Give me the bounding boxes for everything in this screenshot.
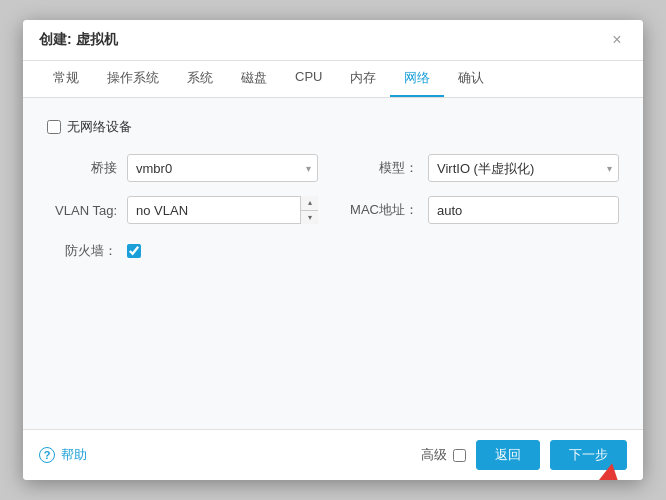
vlan-spinner-btns: ▴ ▾	[300, 196, 318, 224]
tab-system[interactable]: 系统	[173, 61, 227, 97]
tab-general[interactable]: 常规	[39, 61, 93, 97]
advanced-checkbox[interactable]	[453, 449, 466, 462]
vlan-row: VLAN Tag: ▴ ▾	[47, 196, 318, 224]
advanced-row: 高级	[421, 446, 466, 464]
firewall-label: 防火墙：	[47, 242, 117, 260]
vlan-label: VLAN Tag:	[47, 203, 117, 218]
bridge-select[interactable]: vmbr0 vmbr1	[127, 154, 318, 182]
no-network-checkbox[interactable]	[47, 120, 61, 134]
vlan-spinner-wrapper: ▴ ▾	[127, 196, 318, 224]
title-bar: 创建: 虚拟机 ×	[23, 20, 643, 61]
model-select[interactable]: VirtIO (半虚拟化) e1000 rtl8139	[428, 154, 619, 182]
mac-input[interactable]	[428, 196, 619, 224]
no-network-label[interactable]: 无网络设备	[47, 118, 132, 136]
model-label: 模型：	[348, 159, 418, 177]
advanced-label: 高级	[421, 446, 447, 464]
bridge-select-wrapper: vmbr0 vmbr1 ▾	[127, 154, 318, 182]
vlan-decrement-button[interactable]: ▾	[301, 211, 318, 225]
model-select-wrapper: VirtIO (半虚拟化) e1000 rtl8139 ▾	[428, 154, 619, 182]
footer-right: 高级 返回 下一步	[421, 440, 627, 470]
form-content: 无网络设备 桥接 vmbr0 vmbr1 ▾ 模型：	[23, 98, 643, 429]
firewall-checkbox[interactable]	[127, 244, 141, 258]
next-button-wrapper: 下一步	[550, 440, 627, 470]
footer: ? 帮助 高级 返回 下一步	[23, 429, 643, 480]
mac-label: MAC地址：	[348, 201, 418, 219]
tab-confirm[interactable]: 确认	[444, 61, 498, 97]
tab-memory[interactable]: 内存	[336, 61, 390, 97]
no-network-row: 无网络设备	[47, 118, 619, 136]
next-button[interactable]: 下一步	[550, 440, 627, 470]
firewall-row: 防火墙：	[47, 242, 318, 260]
dialog-title: 创建: 虚拟机	[39, 31, 118, 49]
prev-button[interactable]: 返回	[476, 440, 540, 470]
mac-row: MAC地址：	[348, 196, 619, 224]
bridge-row: 桥接 vmbr0 vmbr1 ▾	[47, 154, 318, 182]
no-network-text: 无网络设备	[67, 118, 132, 136]
form-grid: 桥接 vmbr0 vmbr1 ▾ 模型： VirtIO (半虚拟化) e1000	[47, 154, 619, 260]
tab-disk[interactable]: 磁盘	[227, 61, 281, 97]
tab-cpu[interactable]: CPU	[281, 61, 336, 97]
help-button[interactable]: ? 帮助	[39, 446, 87, 464]
bridge-label: 桥接	[47, 159, 117, 177]
tab-os[interactable]: 操作系统	[93, 61, 173, 97]
tab-network[interactable]: 网络	[390, 61, 444, 97]
close-button[interactable]: ×	[607, 30, 627, 50]
tab-bar: 常规 操作系统 系统 磁盘 CPU 内存 网络 确认	[23, 61, 643, 98]
model-row: 模型： VirtIO (半虚拟化) e1000 rtl8139 ▾	[348, 154, 619, 182]
help-icon: ?	[39, 447, 55, 463]
vlan-increment-button[interactable]: ▴	[301, 196, 318, 211]
create-vm-dialog: 创建: 虚拟机 × 常规 操作系统 系统 磁盘 CPU 内存 网络 确认 无网络…	[23, 20, 643, 480]
help-label: 帮助	[61, 446, 87, 464]
vlan-input[interactable]	[127, 196, 318, 224]
